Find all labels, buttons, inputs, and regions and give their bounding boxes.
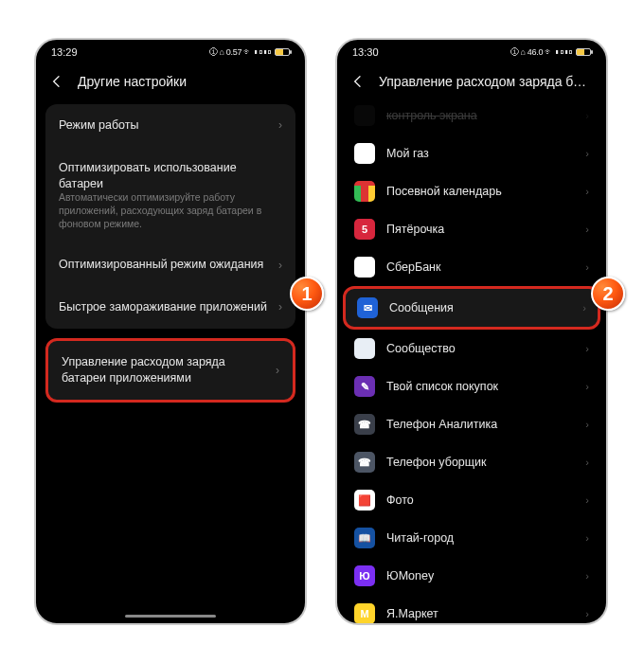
chevron-right-icon: › (585, 224, 589, 235)
list-item[interactable]: ◆ Мой газ › (343, 134, 600, 172)
list-item[interactable]: Ю ЮMoney › (343, 557, 600, 595)
list-item[interactable]: ✓ СберБанк › (343, 248, 600, 286)
status-icons: ⓘ ⌂ 0.57 ᯤ ▮▯▮▯ (209, 47, 290, 57)
chevron-right-icon: › (585, 381, 589, 392)
chevron-right-icon: › (582, 302, 586, 314)
status-icons: ⓘ ⌂ 46.0 ᯤ ▮▯▮▯ (510, 47, 591, 57)
app-icon (354, 338, 375, 359)
chevron-right-icon: › (278, 118, 282, 132)
row-standby[interactable]: Оптимизированный режим ожидания › (45, 243, 295, 286)
list-item-messages[interactable]: ✉ Сообщения › (343, 286, 600, 330)
phone-right: 13:30 ⓘ ⌂ 46.0 ᯤ ▮▯▮▯ Управление расходо… (335, 38, 608, 625)
list-item[interactable]: ✎ Твой список покупок › (343, 367, 600, 405)
chevron-right-icon: › (585, 343, 589, 354)
row-freeze[interactable]: Быстрое замораживание приложений › (45, 286, 295, 329)
status-time: 13:29 (51, 46, 78, 58)
app-icon: 5 (354, 219, 375, 240)
app-icon (354, 105, 375, 126)
page-title: Управление расходом заряда батареи прил.… (379, 74, 593, 89)
app-icon: ◆ (354, 143, 375, 164)
settings-card: Режим работы › Оптимизировать использова… (45, 104, 295, 329)
app-icon: ☎ (354, 452, 375, 473)
battery-icon (576, 48, 591, 56)
status-bar: 13:29 ⓘ ⌂ 0.57 ᯤ ▮▯▮▯ (36, 40, 305, 64)
list-item[interactable]: ☎ Телефон Аналитика › (343, 405, 600, 443)
list-item[interactable]: 5 Пятёрочка › (343, 210, 600, 248)
chevron-right-icon: › (585, 261, 589, 273)
list-item[interactable]: Сообщество › (343, 330, 600, 367)
app-icon: ✉ (357, 297, 378, 318)
chevron-right-icon: › (585, 457, 589, 468)
chevron-right-icon: › (276, 364, 279, 377)
app-icon: ☎ (354, 414, 375, 435)
page-title: Другие настройки (78, 74, 292, 89)
row-optimize-sub: Автоматически оптимизируйте работу прило… (45, 190, 295, 244)
status-time: 13:30 (352, 46, 379, 58)
chevron-right-icon: › (585, 494, 589, 506)
list-item[interactable]: контроль экрана › (343, 97, 600, 134)
battery-icon (275, 48, 290, 56)
chevron-right-icon: › (278, 259, 282, 272)
app-icon: ✎ (354, 376, 375, 397)
list-item[interactable]: 📖 Читай-город › (343, 519, 600, 557)
chevron-right-icon: › (585, 570, 589, 582)
row-optimize[interactable]: Оптимизировать использование батареи (45, 147, 295, 196)
list-item[interactable]: M Я.Маркет › (343, 595, 600, 625)
title-bar: Другие настройки (36, 64, 305, 104)
chevron-right-icon: › (585, 608, 589, 619)
chevron-right-icon: › (585, 532, 589, 544)
app-list[interactable]: контроль экрана › ◆ Мой газ › Посевной к… (337, 97, 606, 625)
chevron-right-icon: › (585, 110, 589, 121)
chevron-right-icon: › (278, 300, 282, 314)
back-icon[interactable] (49, 74, 64, 89)
home-indicator[interactable] (125, 615, 216, 618)
chevron-right-icon: › (585, 186, 589, 197)
app-icon (354, 181, 375, 202)
row-manage-battery[interactable]: Управление расходом заряда батареи прило… (45, 338, 295, 403)
status-bar: 13:30 ⓘ ⌂ 46.0 ᯤ ▮▯▮▯ (337, 40, 606, 64)
phone-left: 13:29 ⓘ ⌂ 0.57 ᯤ ▮▯▮▯ Другие настройки Р… (34, 38, 307, 625)
app-icon: 🟥 (354, 490, 375, 511)
app-icon: Ю (354, 565, 375, 586)
row-mode[interactable]: Режим работы › (45, 104, 295, 147)
list-item[interactable]: Посевной календарь › (343, 172, 600, 210)
back-icon[interactable] (350, 74, 366, 89)
chevron-right-icon: › (585, 419, 589, 430)
list-item[interactable]: 🟥 Фото › (343, 481, 600, 519)
app-icon: M (354, 603, 375, 624)
app-icon: ✓ (354, 257, 375, 278)
list-item[interactable]: ☎ Телефон уборщик › (343, 443, 600, 481)
chevron-right-icon: › (585, 148, 589, 159)
app-icon: 📖 (354, 528, 375, 548)
step-badge-1: 1 (290, 277, 324, 311)
step-badge-2: 2 (591, 277, 625, 311)
